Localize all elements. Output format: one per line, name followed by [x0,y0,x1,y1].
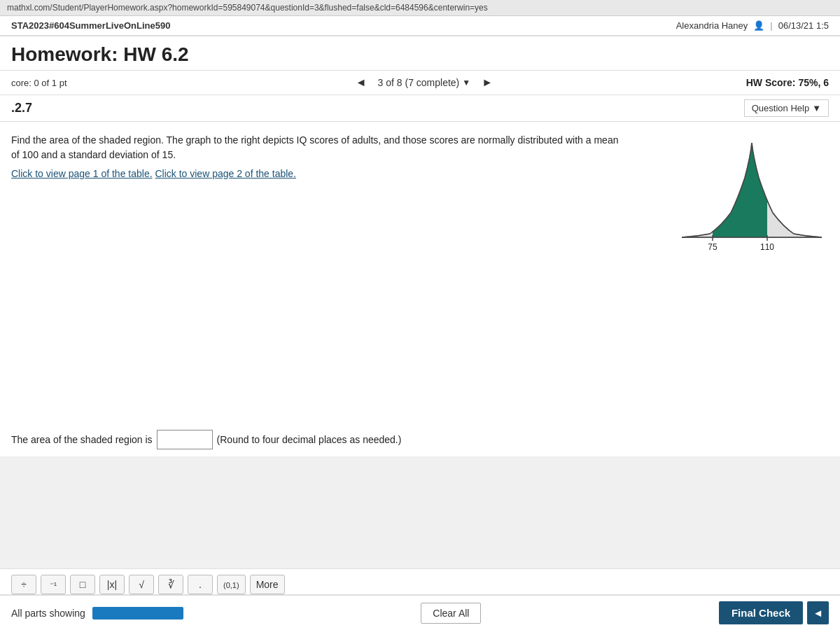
score-bar: core: 0 of 1 pt ◄ 3 of 8 (7 complete) ▼ … [0,71,840,95]
all-parts-section: All parts showing [11,607,183,620]
url-text: mathxl.com/Student/PlayerHomework.aspx?h… [7,3,488,13]
right-actions: Final Check ◄ [719,601,829,624]
cbrt-icon: ∛ [168,579,174,590]
course-id: STA2023#604SummerLiveOnLine590 [11,20,170,31]
svg-text:75: 75 [708,242,718,252]
table-link-2[interactable]: Click to view page 2 of the table. [155,168,296,179]
superscript-box-icon: □ [80,579,85,590]
clear-all-label: Clear All [433,608,469,619]
interval-button[interactable]: (0,1) [217,575,246,594]
answer-area: The area of the shaded region is (Round … [0,416,840,456]
site-header: STA2023#604SummerLiveOnLine590 Alexandri… [0,16,840,36]
question-text: Find the area of the shaded region. The … [11,133,620,162]
hw-title: Homework: HW 6.2 [11,43,829,66]
more-button[interactable]: More [250,575,285,594]
more-label: More [256,579,279,590]
interval-icon: (0,1) [223,581,239,589]
score-label: core: 0 of 1 pt [11,78,102,88]
abs-value-icon: |x| [107,579,117,590]
help-arrow-icon: ▼ [812,103,821,113]
bottom-bar: All parts showing Clear All Final Check … [0,594,840,630]
question-header: .2.7 Question Help ▼ [0,95,840,122]
user-icon: 👤 [753,20,764,31]
answer-input[interactable] [157,430,213,449]
final-check-button[interactable]: Final Check [719,601,803,624]
cbrt-button[interactable]: ∛ [158,575,183,594]
bell-curve-chart: 75 110 [675,129,829,255]
progress-dropdown[interactable]: 3 of 8 (7 complete) ▼ [378,77,471,88]
superscript-icon: ⁻¹ [50,580,57,590]
sqrt-icon: √ [139,579,144,590]
superscript-button[interactable]: ⁻¹ [41,575,66,594]
progress-arrow-icon: ▼ [462,78,470,88]
browser-url-bar: mathxl.com/Student/PlayerHomework.aspx?h… [0,0,840,16]
answer-prefix: The area of the shaded region is [11,434,153,445]
bottom-chevron-button[interactable]: ◄ [807,601,829,624]
final-check-label: Final Check [732,607,790,619]
main-content: Find the area of the shaded region. The … [0,122,840,416]
question-number: .2.7 [11,101,32,115]
separator: | [770,20,772,31]
svg-text:110: 110 [760,242,774,252]
superscript-box-button[interactable]: □ [70,575,95,594]
decimal-icon: . [199,579,202,590]
answer-suffix: (Round to four decimal places as needed.… [217,434,402,445]
prev-question-button[interactable]: ◄ [351,75,371,90]
next-question-button[interactable]: ► [477,75,497,90]
fraction-button[interactable]: ÷ [11,575,36,594]
clear-all-button[interactable]: Clear All [421,603,481,624]
decimal-button[interactable]: . [188,575,213,594]
question-help-label: Question Help [752,103,809,113]
chevron-left-icon: ◄ [813,607,823,619]
abs-value-button[interactable]: |x| [99,575,125,594]
hw-title-bar: Homework: HW 6.2 [0,36,840,71]
user-info: Alexandria Haney 👤 | 06/13/21 1:5 [676,20,829,31]
question-help-button[interactable]: Question Help ▼ [744,99,829,117]
nav-section: ◄ 3 of 8 (7 complete) ▼ ► [102,75,746,90]
answer-progress-bar [92,607,183,620]
sqrt-button[interactable]: √ [129,575,154,594]
fraction-icon: ÷ [21,579,27,590]
all-parts-label: All parts showing [11,608,85,619]
date-time: 06/13/21 1:5 [778,20,829,31]
hw-score: HW Score: 75%, 6 [746,77,829,88]
progress-text: 3 of 8 (7 complete) [378,77,460,88]
table-link-1[interactable]: Click to view page 1 of the table. [11,168,153,179]
user-name: Alexandria Haney [676,20,748,31]
